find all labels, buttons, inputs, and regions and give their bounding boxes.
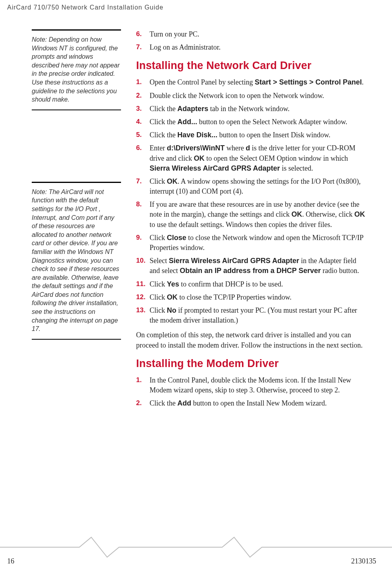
step-number: 1. — [136, 375, 150, 395]
network-step-10: 10.Select Sierra Wireless AirCard GPRS A… — [136, 256, 366, 276]
step-text: Click the Add button to open the Install… — [150, 398, 366, 408]
step-number: 6. — [136, 29, 150, 39]
ui-label: Yes — [167, 280, 179, 288]
heading-network-driver: Installing the Network Card Driver — [136, 60, 366, 72]
step-text: Click the Add... button to open the Sele… — [150, 117, 366, 127]
network-step-4: 4.Click the Add... button to open the Se… — [136, 117, 366, 127]
network-step-6: 6.Enter d:\Drivers\WinNT where d is the … — [136, 143, 366, 173]
network-step-7: 7.Click OK. A window opens showing the s… — [136, 177, 366, 196]
heading-modem-driver: Installing the Modem Driver — [136, 358, 366, 370]
step-text: Select Sierra Wireless AirCard GPRS Adap… — [150, 256, 366, 276]
step-text: Click No if prompted to restart your PC.… — [150, 306, 366, 325]
step-number: 8. — [136, 200, 150, 230]
step-number: 5. — [136, 130, 150, 140]
step-text: Click OK to close the TCP/IP Properties … — [150, 292, 366, 302]
step-number: 2. — [136, 398, 150, 408]
ui-label: Sierra Wireless AirCard GPRS Adapter — [150, 164, 280, 172]
step-text: Click the Adapters tab in the Network wi… — [150, 104, 366, 114]
step-number: 13. — [136, 306, 150, 325]
ui-label: d:\Drivers\WinNT — [167, 144, 225, 152]
ui-label: OK — [167, 177, 178, 185]
step-text: If you are aware that these resources ar… — [150, 200, 366, 230]
network-step-5: 5.Click the Have Disk... button to open … — [136, 130, 366, 140]
step-number: 6. — [136, 143, 150, 173]
ui-label: Add — [177, 399, 191, 407]
page-body: Note: Depending on how Windows NT is con… — [0, 11, 392, 411]
ui-label: Adapters — [177, 105, 208, 113]
modem-step-1: 1.In the Control Panel, double click the… — [136, 375, 366, 395]
step-text: Click OK. A window opens showing the set… — [150, 177, 366, 196]
step-number: 2. — [136, 91, 150, 101]
step-number: 1. — [136, 77, 150, 87]
step-text: Click Close to close the Network window … — [150, 233, 366, 253]
modem-step-2: 2.Click the Add button to open the Insta… — [136, 398, 366, 408]
network-step-9: 9.Click Close to close the Network windo… — [136, 233, 366, 253]
prelim-step-1: 6.Turn on your PC. — [136, 29, 366, 39]
ui-label: Add... — [177, 118, 197, 126]
step-text: Log on as Administrator. — [150, 42, 366, 52]
modem-steps: 1.In the Control Panel, double click the… — [136, 375, 366, 409]
step-text: In the Control Panel, double click the M… — [150, 375, 366, 395]
step-number: 7. — [136, 177, 150, 196]
step-text: Open the Control Panel by selecting Star… — [150, 77, 366, 87]
ui-label: OK — [354, 210, 365, 218]
step-number: 10. — [136, 256, 150, 276]
step-text: Double click the Network icon to open th… — [150, 91, 366, 101]
step-number: 7. — [136, 42, 150, 52]
step-number: 4. — [136, 117, 150, 127]
ui-label: d — [246, 144, 250, 152]
ui-label: Have Disk... — [177, 131, 217, 139]
network-outro: On completion of this step, the network … — [136, 330, 366, 350]
step-text: Click the Have Disk... button to open th… — [150, 130, 366, 140]
step-text: Click Yes to confirm that DHCP is to be … — [150, 279, 366, 289]
ui-label: Close — [167, 234, 186, 242]
ui-label: Start > Settings > Control Panel — [255, 78, 362, 86]
running-header: AirCard 710/750 Network Card Installatio… — [0, 0, 392, 11]
ui-label: OK — [292, 210, 302, 218]
prelim-step-2: 7.Log on as Administrator. — [136, 42, 366, 52]
network-step-13: 13.Click No if prompted to restart your … — [136, 306, 366, 325]
ui-label: Obtain an IP address from a DHCP Server — [180, 267, 321, 275]
network-steps: 1.Open the Control Panel by selecting St… — [136, 77, 366, 325]
main-column: 6.Turn on your PC.7.Log on as Administra… — [136, 29, 366, 411]
step-number: 9. — [136, 233, 150, 253]
network-step-3: 3.Click the Adapters tab in the Network … — [136, 104, 366, 114]
network-step-8: 8.If you are aware that these resources … — [136, 200, 366, 230]
margin-note-2: Note: The AirCard will not function with… — [32, 182, 121, 340]
footer-wave-deco — [0, 535, 392, 559]
step-number: 12. — [136, 292, 150, 302]
ui-label: Sierra Wireless AirCard GPRS Adapter — [169, 257, 299, 265]
step-text: Turn on your PC. — [150, 29, 366, 39]
page-footer: 16 2130135 — [0, 557, 392, 565]
prelim-steps: 6.Turn on your PC.7.Log on as Administra… — [136, 29, 366, 52]
ui-label: OK — [194, 154, 204, 162]
doc-number: 2130135 — [351, 557, 376, 565]
step-text: Enter d:\Drivers\WinNT where d is the dr… — [150, 143, 366, 173]
margin-column: Note: Depending on how Windows NT is con… — [14, 29, 121, 411]
ui-label: OK — [167, 293, 178, 301]
ui-label: No — [167, 306, 177, 314]
step-number: 11. — [136, 279, 150, 289]
margin-note-1: Note: Depending on how Windows NT is con… — [32, 29, 121, 110]
network-step-1: 1.Open the Control Panel by selecting St… — [136, 77, 366, 87]
network-step-2: 2.Double click the Network icon to open … — [136, 91, 366, 101]
step-number: 3. — [136, 104, 150, 114]
network-step-11: 11.Click Yes to confirm that DHCP is to … — [136, 279, 366, 289]
network-step-12: 12.Click OK to close the TCP/IP Properti… — [136, 292, 366, 302]
page-number: 16 — [7, 557, 14, 565]
